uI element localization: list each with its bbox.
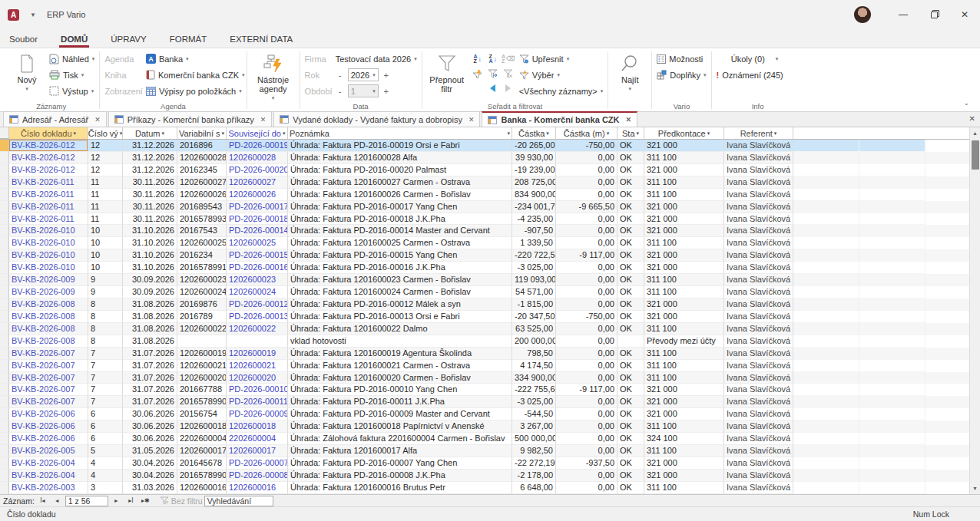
cell-datum[interactable]: 31.07.2026 [123,396,177,408]
cell-stav[interactable]: OK [617,433,644,445]
cell-cislo-dokladu[interactable]: BV-KB-2026-011 [9,213,88,226]
tab-banka[interactable]: Banka - Komerční banka CZK✕ [482,111,637,127]
cell-castka-m[interactable]: 0,00 [556,189,617,201]
cell-predkontace[interactable]: 311 100 [644,348,724,360]
cell-poznamka[interactable]: Úhrada: Faktura PD-2016-00017 Yang Chen [288,201,512,213]
tab-close-icon[interactable]: ✕ [260,116,267,124]
cell-datum[interactable]: 31.07.2026 [123,384,177,396]
cell-souvisejici-doklad-link[interactable]: 1202600025 [227,237,288,249]
cell-stav[interactable]: OK [617,262,644,274]
cell-referent[interactable]: Ivana Slavíčková [724,482,793,494]
row-selector[interactable] [0,237,9,249]
table-row[interactable]: BV-KB-2026-009 9 30.09.2026 1202600024 1… [0,286,969,298]
options-button[interactable]: Možnosti [657,51,706,66]
cell-referent[interactable]: Ivana Slavíčková [724,237,793,249]
cell-poznamka[interactable]: Úhrada: Faktura 1201600016 Brutus Petr [288,482,512,494]
cell-cislo-vypisu[interactable]: 9 [88,286,123,298]
rok-plus-button[interactable]: + [382,71,391,80]
cell-referent[interactable]: Ivana Slavíčková [724,323,793,335]
row-selector[interactable] [0,470,9,482]
cell-stav[interactable]: OK [617,176,644,189]
cell-cislo-dokladu[interactable]: BV-KB-2026-012 [9,152,88,164]
column-header-cislo-dokladu[interactable]: Číslo dokladu▾ [9,127,88,139]
cell-souvisejici-doklad-link[interactable]: 1202600027 [227,176,288,189]
cell-stav[interactable]: OK [617,237,644,249]
cell-cislo-vypisu[interactable]: 7 [88,396,123,408]
first-record-button[interactable]: Ⅰ◂ [36,496,49,506]
cell-poznamka[interactable]: Úhrada: Faktura 1201600017 Alfa [288,445,512,457]
cell-predkontace[interactable]: 311 100 [644,189,724,201]
cell-cislo-vypisu[interactable]: 10 [88,262,123,274]
cell-souvisejici-doklad-link[interactable]: 1202600022 [227,323,288,335]
cell-castka[interactable]: -20 347,50 [512,311,556,323]
cell-castka[interactable]: -20 265,00 [512,140,556,152]
row-selector[interactable] [0,225,9,237]
cell-poznamka[interactable]: Úhrada: Faktura PD-2016-00007 Yang Chen [288,457,512,470]
cell-referent[interactable]: Ivana Slavíčková [724,286,793,298]
cell-cislo-dokladu[interactable]: BV-KB-2026-011 [9,189,88,201]
tab-adresar[interactable]: Adresář - Adresář✕ [3,111,107,127]
record-position-input[interactable]: 1 z 56 [65,496,108,506]
cell-castka-m[interactable]: 0,00 [556,470,617,482]
search-input[interactable]: Vyhledávání [204,496,273,506]
cell-castka-m[interactable]: -937,50 [556,457,617,470]
cell-predkontace[interactable]: 321 000 [644,140,724,152]
cell-referent[interactable]: Ivana Slavíčková [724,262,793,274]
cell-referent[interactable]: Ivana Slavíčková [724,420,793,433]
cell-predkontace[interactable]: 311 100 [644,152,724,164]
menu-format[interactable]: FORMÁT [168,32,209,48]
cell-poznamka[interactable]: Úhrada: Faktura PD-2016-00014 Master and… [288,225,512,237]
cell-poznamka[interactable]: Úhrada: Faktura PD-2016-00018 J.K.Pha [288,213,512,226]
cell-predkontace[interactable]: 311 100 [644,445,724,457]
cell-cislo-dokladu[interactable]: BV-KB-2026-003 [9,482,88,494]
cell-souvisejici-doklad-link[interactable]: 2202600004 [227,433,288,445]
cell-castka-m[interactable]: 0,00 [556,408,617,420]
table-row[interactable]: BV-KB-2026-004 4 30.04.2026 20165789900 … [0,470,969,482]
cell-souvisejici-doklad-link[interactable]: PD-2026-00007 [227,457,288,470]
table-row[interactable]: BV-KB-2026-008 8 31.08.2026 vklad hotovo… [0,335,969,348]
cell-castka-m[interactable]: 0,00 [556,164,617,176]
cell-variabilni-symbol[interactable]: 1202600028 [177,152,227,164]
column-header-variabilni[interactable]: Variabilní s▾ [177,127,227,139]
cell-cislo-vypisu[interactable]: 9 [88,274,123,286]
table-row[interactable]: BV-KB-2026-008 8 31.08.2026 2016789 PD-2… [0,311,969,323]
cell-variabilni-symbol[interactable]: 1202600026 [177,189,227,201]
row-selector[interactable] [0,140,9,152]
tab-close-icon[interactable]: ✕ [468,116,475,124]
cell-castka-m[interactable]: -9 665,50 [556,201,617,213]
cell-stav[interactable]: OK [617,470,644,482]
obdobi-select[interactable]: 1▾ [348,84,379,97]
clear-sort-icon[interactable]: AZ⌫ [502,54,515,64]
column-header-referent[interactable]: Referent▾ [724,127,793,139]
cell-cislo-dokladu[interactable]: BV-KB-2026-009 [9,274,88,286]
cell-souvisejici-doklad-link[interactable]: PD-2026-00020 [227,164,288,176]
table-row[interactable]: BV-KB-2026-003 3 31.03.2026 1202600016 1… [0,482,969,494]
agenda-select[interactable]: A Banka▾ [146,51,245,66]
cell-castka[interactable]: -22 272,19 [512,457,556,470]
cell-variabilni-symbol[interactable]: 1202600016 [177,482,227,494]
cell-castka-m[interactable]: 0,00 [556,433,617,445]
cell-castka[interactable]: 39 930,00 [512,152,556,164]
advanced-filter-button[interactable]: Upřesnit▾ [519,51,604,66]
cell-cislo-dokladu[interactable]: BV-KB-2026-012 [9,164,88,176]
cell-predkontace[interactable]: 311 100 [644,420,724,433]
cell-cislo-dokladu[interactable]: BV-KB-2026-006 [9,433,88,445]
cell-datum[interactable]: 31.07.2026 [123,348,177,360]
cell-poznamka[interactable]: Úhrada: Faktura PD-2016-00012 Málek a sy… [288,298,512,311]
cell-castka[interactable]: 119 093,00 [512,274,556,286]
cell-cislo-dokladu[interactable]: BV-KB-2026-007 [9,348,88,360]
cell-castka[interactable]: 834 900,00 [512,189,556,201]
table-row[interactable]: BV-KB-2026-007 7 31.07.2026 1202600020 1… [0,372,969,384]
next-record-button[interactable]: ▸ [110,496,123,506]
cell-cislo-vypisu[interactable]: 6 [88,420,123,433]
cell-cislo-dokladu[interactable]: BV-KB-2026-011 [9,201,88,213]
cell-cislo-dokladu[interactable]: BV-KB-2026-010 [9,237,88,249]
row-selector[interactable] [0,213,9,226]
column-header-castka[interactable]: Částka▾ [512,127,556,139]
cell-cislo-dokladu[interactable]: BV-KB-2026-010 [9,225,88,237]
cell-cislo-dokladu[interactable]: BV-KB-2026-007 [9,396,88,408]
cell-poznamka[interactable]: Úhrada: Faktura PD-2016-00011 J.K.Pha [288,396,512,408]
cell-castka-m[interactable]: -750,00 [556,140,617,152]
table-row[interactable]: BV-KB-2026-007 7 31.07.2026 20165789908 … [0,396,969,408]
column-header-predkontace[interactable]: Předkontace▾ [644,127,724,139]
